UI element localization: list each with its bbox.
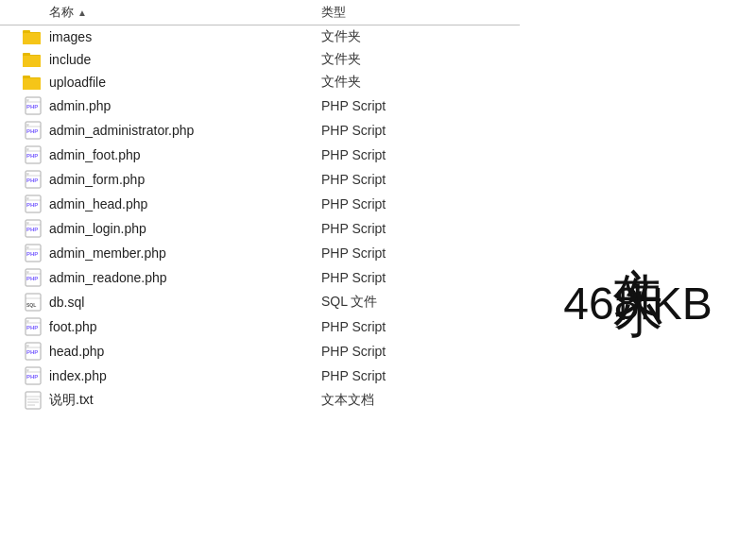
file-type: 文件夹 <box>321 28 472 45</box>
table-row[interactable]: SQL db.sqlSQL 文件 <box>0 290 520 314</box>
table-row[interactable]: images文件夹 <box>0 25 520 48</box>
file-type: PHP Script <box>321 245 472 261</box>
file-name: db.sql <box>49 295 321 310</box>
sql-icon: SQL <box>25 293 42 312</box>
php-icon: PHP φ <box>25 268 42 287</box>
file-name: admin_readone.php <box>49 270 321 285</box>
file-name: images <box>49 29 321 44</box>
php-icon: PHP φ <box>25 244 42 262</box>
file-name: include <box>49 52 321 67</box>
svg-rect-8 <box>23 78 41 90</box>
php-icon: PHP φ <box>25 219 42 238</box>
svg-text:φ: φ <box>26 220 29 225</box>
file-name: uploadfile <box>49 75 321 90</box>
file-type: PHP Script <box>321 147 472 162</box>
svg-text:PHP: PHP <box>26 153 38 159</box>
file-type: SQL 文件 <box>321 294 472 311</box>
file-name: index.php <box>49 368 321 383</box>
file-panel: 名称 ▲ 类型 images文件夹 include文件夹 <box>0 0 520 558</box>
svg-text:φ: φ <box>26 171 29 176</box>
table-row[interactable]: PHP φ head.phpPHP Script <box>0 339 520 364</box>
svg-text:φ: φ <box>26 146 29 151</box>
folder-icon <box>23 75 42 90</box>
file-type: PHP Script <box>321 172 472 187</box>
file-name: admin_member.php <box>49 245 321 261</box>
table-row[interactable]: include文件夹 <box>0 48 520 71</box>
php-icon: PHP φ <box>25 342 42 361</box>
svg-text:PHP: PHP <box>26 349 38 355</box>
svg-text:φ: φ <box>26 367 29 372</box>
svg-text:PHP: PHP <box>26 227 38 232</box>
file-name: admin_login.php <box>49 221 321 236</box>
svg-text:φ: φ <box>26 269 29 274</box>
table-row[interactable]: uploadfile文件夹 <box>0 71 520 93</box>
svg-text:PHP: PHP <box>26 178 38 183</box>
svg-text:φ: φ <box>26 318 29 323</box>
table-row[interactable]: PHP φ admin_administrator.phpPHP Script <box>0 118 520 143</box>
table-row[interactable]: PHP φ foot.phpPHP Script <box>0 314 520 339</box>
file-type: PHP Script <box>321 123 472 138</box>
file-type: PHP Script <box>321 221 472 236</box>
php-icon: PHP φ <box>25 366 42 385</box>
folder-icon <box>23 29 42 44</box>
table-row[interactable]: PHP φ admin_login.phpPHP Script <box>0 216 520 241</box>
svg-text:φ: φ <box>26 245 29 249</box>
file-type: 文件夹 <box>321 74 472 91</box>
txt-icon <box>25 391 42 410</box>
table-row[interactable]: PHP φ admin_readone.phpPHP Script <box>0 265 520 290</box>
table-row[interactable]: PHP φ admin_form.phpPHP Script <box>0 167 520 192</box>
file-type: PHP Script <box>321 319 472 334</box>
file-type: 文本文档 <box>321 392 472 409</box>
table-row[interactable]: PHP φ admin_foot.phpPHP Script <box>0 143 520 167</box>
file-type: PHP Script <box>321 98 472 113</box>
svg-text:PHP: PHP <box>26 128 38 134</box>
php-icon: PHP φ <box>25 317 42 336</box>
file-name: admin_foot.php <box>49 147 321 162</box>
svg-rect-2 <box>23 33 41 44</box>
folder-icon <box>23 52 42 67</box>
svg-text:PHP: PHP <box>26 374 38 380</box>
file-list: images文件夹 include文件夹 uploadfile文件夹 PHP <box>0 25 520 558</box>
file-type: PHP Script <box>321 368 472 383</box>
svg-text:φ: φ <box>26 195 29 200</box>
sort-arrow-icon: ▲ <box>77 8 87 18</box>
php-icon: PHP φ <box>25 145 42 164</box>
file-name: foot.php <box>49 319 321 334</box>
svg-text:PHP: PHP <box>26 104 38 110</box>
svg-text:PHP: PHP <box>26 276 38 281</box>
side-label-vertical: 文件大小 <box>610 228 664 258</box>
file-type: PHP Script <box>321 270 472 285</box>
php-icon: PHP φ <box>25 170 42 189</box>
table-row[interactable]: PHP φ admin_head.phpPHP Script <box>0 192 520 216</box>
table-row[interactable]: PHP φ admin_member.phpPHP Script <box>0 241 520 265</box>
file-type: PHP Script <box>321 196 472 211</box>
svg-text:PHP: PHP <box>26 251 38 257</box>
file-name: 说明.txt <box>49 392 321 409</box>
svg-rect-56 <box>26 392 41 409</box>
table-header: 名称 ▲ 类型 <box>0 0 520 25</box>
file-name: admin_administrator.php <box>49 123 321 138</box>
file-name: admin_form.php <box>49 172 321 187</box>
table-row[interactable]: PHP φ admin.phpPHP Script <box>0 93 520 118</box>
svg-rect-5 <box>23 56 41 67</box>
side-panel: 文件大小 468 KB <box>520 0 756 558</box>
table-row[interactable]: 说明.txt文本文档 <box>0 388 520 413</box>
svg-text:PHP: PHP <box>26 325 38 330</box>
svg-text:φ: φ <box>26 343 29 347</box>
side-size-value: 468 KB <box>563 277 712 331</box>
file-type: PHP Script <box>321 344 472 359</box>
svg-text:PHP: PHP <box>26 202 38 208</box>
svg-text:φ: φ <box>26 122 29 127</box>
file-name: head.php <box>49 344 321 359</box>
table-row[interactable]: PHP φ index.phpPHP Script <box>0 364 520 388</box>
header-name[interactable]: 名称 ▲ <box>0 4 321 21</box>
file-type: 文件夹 <box>321 51 472 68</box>
php-icon: PHP φ <box>25 194 42 213</box>
header-name-label: 名称 <box>49 4 74 21</box>
file-name: admin.php <box>49 98 321 113</box>
file-name: admin_head.php <box>49 196 321 211</box>
svg-text:SQL: SQL <box>26 302 36 308</box>
php-icon: PHP φ <box>25 96 42 115</box>
php-icon: PHP φ <box>25 121 42 140</box>
header-type-label: 类型 <box>321 4 472 21</box>
